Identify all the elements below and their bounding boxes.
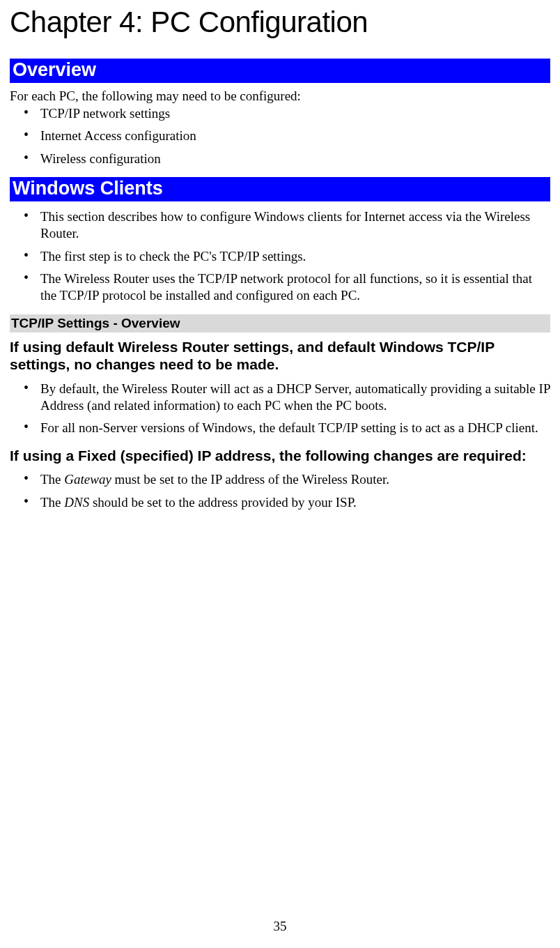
- default-bullet-list: By default, the Wireless Router will act…: [10, 381, 550, 437]
- list-item: This section describes how to configure …: [24, 208, 550, 243]
- subheading-tcpip-overview: TCP/IP Settings - Overview: [10, 314, 550, 332]
- text: must be set to the IP address of the Wir…: [111, 472, 389, 487]
- text: The: [40, 495, 64, 510]
- page-number: 35: [0, 919, 560, 934]
- chapter-title: Chapter 4: PC Configuration: [10, 6, 550, 39]
- overview-lead: For each PC, the following may need to b…: [10, 89, 550, 104]
- list-item: Wireless configuration: [24, 151, 550, 167]
- list-item: The first step is to check the PC's TCP/…: [24, 248, 550, 265]
- text: The: [40, 472, 64, 487]
- windows-bullet-list: This section describes how to configure …: [10, 208, 550, 305]
- fixed-ip-note: If using a Fixed (specified) IP address,…: [10, 447, 550, 465]
- list-item: The Wireless Router uses the TCP/IP netw…: [24, 270, 550, 305]
- list-item: Internet Access configuration: [24, 128, 550, 144]
- list-item: The DNS should be set to the address pro…: [24, 494, 550, 511]
- list-item: By default, the Wireless Router will act…: [24, 381, 550, 415]
- section-heading-windows-clients: Windows Clients: [10, 177, 550, 201]
- section-heading-overview: Overview: [10, 59, 550, 83]
- default-settings-note: If using default Wireless Router setting…: [10, 338, 550, 374]
- fixed-bullet-list: The Gateway must be set to the IP addres…: [10, 471, 550, 511]
- list-item: TCP/IP network settings: [24, 105, 550, 122]
- overview-bullet-list: TCP/IP network settings Internet Access …: [10, 105, 550, 167]
- emphasis-gateway: Gateway: [64, 472, 111, 487]
- emphasis-dns: DNS: [64, 495, 89, 510]
- text: should be set to the address provided by…: [89, 495, 357, 510]
- list-item: The Gateway must be set to the IP addres…: [24, 471, 550, 488]
- list-item: For all non-Server versions of Windows, …: [24, 420, 550, 436]
- document-page: Chapter 4: PC Configuration Overview For…: [0, 0, 560, 511]
